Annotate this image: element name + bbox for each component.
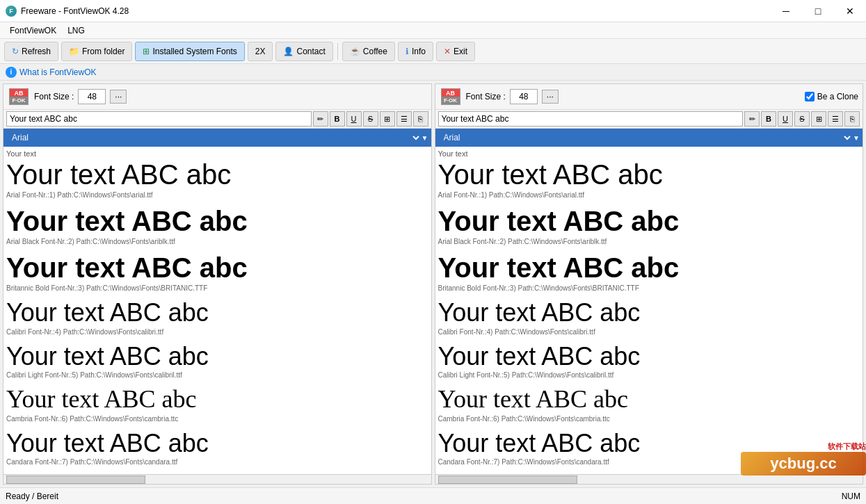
- font-entry: Your text ABC abcCambria Font-Nr.:6) Pat…: [438, 386, 860, 423]
- right-font-size-input[interactable]: [510, 89, 538, 104]
- font-sample: Your text ABC abc: [6, 430, 428, 457]
- left-text-input-row: ✏ B U S ⊞ ☰ ⎘: [3, 110, 431, 129]
- titlebar: F Freeware - FontViewOK 4.28 ─ □ ✕: [0, 0, 866, 22]
- left-hscroll-thumb[interactable]: [6, 475, 145, 484]
- font-sample: Your text ABC abc: [6, 473, 428, 474]
- right-strikethrough-button[interactable]: S: [794, 111, 810, 127]
- font-sample: Your text ABC abc: [438, 343, 860, 371]
- main-content: AB F·OK Font Size : ··· ✏ B U S ⊞ ☰ ⎘ Ar…: [0, 81, 866, 487]
- right-text-input-row: ✏ B U S ⊞ ☰ ⎘: [435, 110, 863, 129]
- font-entry: Your text ABC abcCandara Font-Nr.:7) Pat…: [6, 430, 428, 466]
- right-bold-button[interactable]: B: [761, 111, 776, 127]
- left-list-button[interactable]: ☰: [396, 111, 412, 127]
- close-button[interactable]: ✕: [834, 0, 866, 22]
- right-font-list[interactable]: Your text Your text ABC abcArial Font-Nr…: [435, 147, 863, 474]
- minimize-button[interactable]: ─: [770, 0, 802, 22]
- right-panel: AB F·OK Font Size : ··· Be a Clone ✏ B U…: [435, 83, 864, 485]
- left-underline-button[interactable]: U: [346, 111, 362, 127]
- font-path: Candara Font-Nr.:7) Path:C:\Windows\Font…: [6, 458, 428, 466]
- status-right: NUM: [842, 491, 860, 501]
- toolbar: ↻ Refresh 📁 From folder ⊞ Installed Syst…: [0, 39, 866, 64]
- statusbar: Ready / Bereit NUM: [0, 487, 866, 504]
- left-font-select[interactable]: Arial Arial Black Britannic Bold Calibri…: [6, 130, 422, 145]
- left-hscroll[interactable]: [3, 474, 431, 484]
- contact-icon: 👤: [283, 47, 294, 56]
- 2x-button[interactable]: 2X: [248, 42, 273, 61]
- refresh-button[interactable]: ↻ Refresh: [4, 42, 58, 61]
- font-path: Calibri Light Font-Nr.:5) Path:C:\Window…: [6, 371, 428, 379]
- right-logo-box: AB F·OK: [441, 88, 460, 105]
- font-sample: Your text ABC abc: [438, 386, 860, 414]
- left-strikethrough-button[interactable]: S: [363, 111, 378, 127]
- left-font-list[interactable]: Your text Your text ABC abcArial Font-Nr…: [3, 147, 431, 474]
- right-logo: AB F·OK: [440, 87, 462, 106]
- font-sample: Your text ABC abc: [6, 252, 428, 283]
- font-sample: Your text ABC abc: [438, 159, 860, 190]
- right-list-button[interactable]: ☰: [828, 111, 843, 127]
- menubar: FontViewOK LNG: [0, 22, 866, 39]
- font-entry: Your text ABC abcCalibri Font-Nr.:4) Pat…: [438, 299, 860, 336]
- right-font-selector-row: Arial Arial Black Britannic Bold Calibri…: [435, 129, 863, 147]
- left-preview-label: Your text: [6, 149, 428, 158]
- left-edit-icon[interactable]: ✏: [313, 111, 328, 127]
- be-a-clone-checkbox[interactable]: [805, 92, 815, 101]
- right-more-button[interactable]: ···: [542, 90, 559, 104]
- font-sample: Your text ABC abc: [438, 206, 860, 236]
- right-font-select[interactable]: Arial Arial Black Britannic Bold Calibri…: [438, 130, 853, 145]
- font-path: Calibri Font-Nr.:4) Path:C:\Windows\Font…: [6, 328, 428, 336]
- left-panel-toolbar: AB F·OK Font Size : ···: [3, 84, 431, 110]
- right-panel-toolbar: AB F·OK Font Size : ··· Be a Clone: [435, 84, 863, 110]
- font-entry: Your text ABC abcArial Black Font-Nr.:2)…: [438, 206, 860, 245]
- right-grid-button[interactable]: ⊞: [811, 111, 826, 127]
- left-copy-button[interactable]: ⎘: [413, 111, 428, 127]
- font-entry: Your text ABC abcCalibri Font-Nr.:4) Pat…: [6, 299, 428, 336]
- info-button[interactable]: ℹ Info: [398, 42, 433, 61]
- toolbar-separator: [337, 43, 338, 60]
- left-logo: AB F·OK: [8, 87, 30, 106]
- right-text-input[interactable]: [438, 111, 744, 127]
- right-underline-button[interactable]: U: [778, 111, 793, 127]
- from-folder-button[interactable]: 📁 From folder: [61, 42, 132, 61]
- installed-fonts-button[interactable]: ⊞ Installed System Fonts: [135, 42, 244, 61]
- font-entry: Your text ABC abcCambria Font-Nr.:6) Pat…: [6, 386, 428, 423]
- wm-logo: ycbug.cc: [741, 452, 866, 475]
- contact-button[interactable]: 👤 Contact: [275, 42, 332, 61]
- font-path: Cambria Font-Nr.:6) Path:C:\Windows\Font…: [438, 415, 860, 423]
- font-sample: Your text ABC abc: [6, 386, 428, 414]
- titlebar-controls[interactable]: ─ □ ✕: [770, 0, 866, 22]
- clone-row: Be a Clone: [805, 92, 858, 101]
- left-panel: AB F·OK Font Size : ··· ✏ B U S ⊞ ☰ ⎘ Ar…: [3, 83, 432, 485]
- menu-fontviewok[interactable]: FontViewOK: [6, 24, 61, 37]
- left-grid-button[interactable]: ⊞: [380, 111, 395, 127]
- font-entry: Your text ABC abcCalibri Light Font-Nr.:…: [6, 343, 428, 380]
- left-text-input[interactable]: [6, 111, 312, 127]
- right-edit-icon[interactable]: ✏: [744, 111, 760, 127]
- refresh-icon: ↻: [12, 47, 19, 56]
- font-entry: Your text ABC abcBritannic Bold Font-Nr.…: [6, 252, 428, 292]
- right-font-size-label: Font Size :: [466, 92, 506, 101]
- font-entry: Your text ABC abcCalibri Light Font-Nr.:…: [438, 343, 860, 380]
- left-select-arrow: ▼: [422, 134, 428, 142]
- font-entry: Your text ABC abcArial Black Font-Nr.:2)…: [6, 206, 428, 245]
- right-copy-button[interactable]: ⎘: [844, 111, 860, 127]
- right-hscroll-thumb[interactable]: [438, 475, 577, 484]
- left-font-size-input[interactable]: [78, 89, 106, 104]
- menu-lng[interactable]: LNG: [63, 24, 89, 37]
- logo-box: AB F·OK: [9, 88, 29, 105]
- font-path: Britannic Bold Font-Nr.:3) Path:C:\Windo…: [6, 284, 428, 292]
- font-sample: Your text ABC abc: [438, 252, 860, 283]
- exit-button[interactable]: ✕ Exit: [436, 42, 475, 61]
- whatbar-label[interactable]: What is FontViewOK: [19, 67, 96, 77]
- whatbar: i What is FontViewOK: [0, 64, 866, 81]
- whatbar-icon: i: [6, 67, 17, 78]
- font-path: Cambria Font-Nr.:6) Path:C:\Windows\Font…: [6, 415, 428, 423]
- coffee-button[interactable]: ☕ Coffee: [342, 42, 395, 61]
- maximize-button[interactable]: □: [802, 0, 834, 22]
- font-sample: Your text ABC abc: [6, 299, 428, 327]
- font-entry: Your text ABC abcComic Sans MS Font-Nr.:…: [6, 473, 428, 474]
- left-bold-button[interactable]: B: [330, 111, 345, 127]
- left-more-button[interactable]: ···: [110, 90, 127, 104]
- font-entry: Your text ABC abcArial Font-Nr.:1) Path:…: [6, 159, 428, 199]
- font-sample: Your text ABC abc: [438, 299, 860, 327]
- installed-icon: ⊞: [143, 47, 150, 56]
